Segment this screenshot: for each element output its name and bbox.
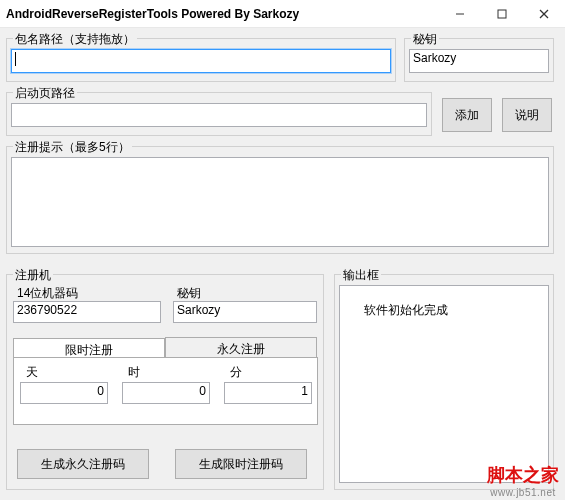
output-textarea[interactable]: 软件初始化完成 (339, 285, 549, 483)
rm-secret-label: 秘钥 (177, 285, 201, 302)
start-path-input[interactable] (11, 103, 427, 127)
watermark: 脚本之家 www.jb51.net (487, 463, 559, 498)
hours-label: 时 (128, 364, 140, 381)
register-machine-label: 注册机 (13, 267, 53, 284)
close-button[interactable] (523, 0, 565, 28)
gen-permanent-button[interactable]: 生成永久注册码 (17, 449, 149, 479)
machine-code-input[interactable]: 236790522 (13, 301, 161, 323)
window-title: AndroidReverseRegisterTools Powered By S… (6, 7, 299, 21)
client-area: 包名路径（支持拖放） 秘钥 Sarkozy 启动页路径 添加 说明 注册提示（最… (0, 28, 565, 500)
minimize-button[interactable] (439, 0, 481, 28)
secret-label: 秘钥 (411, 31, 439, 48)
register-hint-textarea[interactable] (11, 157, 549, 247)
pkg-path-group: 包名路径（支持拖放） (6, 38, 396, 82)
secret-group: 秘钥 Sarkozy (404, 38, 554, 82)
start-path-group: 启动页路径 (6, 92, 432, 136)
register-hint-group: 注册提示（最多5行） (6, 146, 554, 254)
hours-input[interactable]: 0 (122, 382, 210, 404)
pkg-path-label: 包名路径（支持拖放） (13, 31, 137, 48)
tab-body: 天 0 时 0 分 1 (13, 357, 318, 425)
minutes-label: 分 (230, 364, 242, 381)
output-group: 输出框 软件初始化完成 (334, 274, 554, 490)
explain-button[interactable]: 说明 (502, 98, 552, 132)
rm-secret-input[interactable]: Sarkozy (173, 301, 317, 323)
machine-code-label: 14位机器码 (17, 285, 78, 302)
add-button[interactable]: 添加 (442, 98, 492, 132)
start-path-label: 启动页路径 (13, 85, 77, 102)
minutes-input[interactable]: 1 (224, 382, 312, 404)
days-label: 天 (26, 364, 38, 381)
svg-rect-1 (498, 10, 506, 18)
register-hint-label: 注册提示（最多5行） (13, 139, 132, 156)
title-bar: AndroidReverseRegisterTools Powered By S… (0, 0, 565, 28)
gen-limited-button[interactable]: 生成限时注册码 (175, 449, 307, 479)
days-input[interactable]: 0 (20, 382, 108, 404)
pkg-path-input[interactable] (11, 49, 391, 73)
register-machine-group: 注册机 14位机器码 236790522 秘钥 Sarkozy 限时注册 永久注… (6, 274, 324, 490)
secret-input[interactable]: Sarkozy (409, 49, 549, 73)
output-label: 输出框 (341, 267, 381, 284)
maximize-button[interactable] (481, 0, 523, 28)
